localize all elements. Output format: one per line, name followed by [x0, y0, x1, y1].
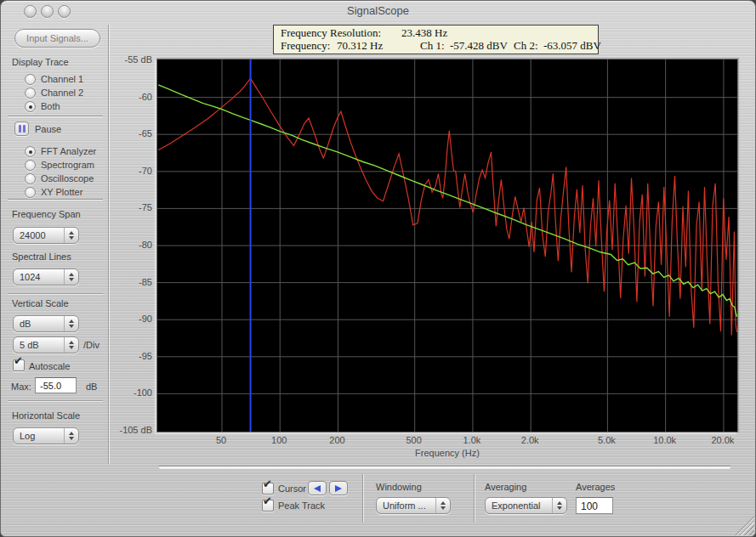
checkbox-tick-icon: ✔ [14, 354, 23, 367]
frequency-label: Frequency: [281, 39, 330, 53]
radio-label: Channel 1 [41, 74, 83, 84]
x-tick-label: 2.0k [504, 435, 555, 445]
stepper-arrows-icon [64, 316, 78, 331]
radio-icon [25, 160, 36, 171]
x-tick-label: 1.0k [446, 435, 497, 445]
frequency-value: 70.312 Hz [337, 39, 383, 53]
divider [8, 199, 103, 201]
x-tick-label: 5.0k [581, 435, 632, 445]
trace-ch1 [158, 78, 736, 335]
plot-bottom-divider [159, 466, 730, 469]
radio-label: Channel 2 [41, 88, 83, 98]
window-title: SignalScope [1, 4, 755, 17]
vertical-scale-label: Vertical Scale [12, 298, 69, 308]
display-trace-label: Display Trace [12, 57, 69, 67]
cursor-prev-button[interactable] [308, 481, 327, 495]
x-tick-label: 10.0k [639, 435, 691, 445]
spectrum-plot[interactable] [156, 59, 738, 432]
peak-track-checkbox[interactable]: ✔ [262, 500, 274, 512]
x-tick-label: 50 [196, 435, 247, 445]
y-tick-label: -80 [110, 240, 152, 250]
y-tick-label: -105 dB [110, 425, 152, 435]
y-tick-label: -100 [110, 387, 152, 398]
x-tick-label: 200 [311, 435, 362, 445]
y-tick-label: -65 [110, 128, 152, 138]
title-bar: SignalScope [1, 1, 755, 20]
y-tick-label: -90 [110, 314, 152, 324]
radio-label: XY Plotter [41, 187, 82, 197]
radio-icon [25, 74, 36, 85]
app-window: SignalScope Input Signals... Display Tra… [0, 0, 756, 537]
y-tick-label: -55 dB [110, 54, 152, 65]
x-axis-title: Frequency (Hz) [157, 448, 737, 458]
cursor-readout-box: Frequency Resolution: 23.438 Hz Frequenc… [273, 25, 599, 54]
resize-grip-icon[interactable] [735, 516, 754, 535]
autoscale-checkbox[interactable]: ✔ [13, 359, 25, 371]
divider [8, 116, 103, 117]
radio-icon [25, 173, 36, 184]
spectral-lines-label: Spectral Lines [12, 252, 71, 262]
max-db-field[interactable]: -55.0 [35, 377, 77, 393]
left-arrow-icon [314, 485, 321, 492]
cursor-checkbox[interactable]: ✔ [262, 483, 274, 495]
horizontal-scale-label: Horizontal Scale [12, 410, 80, 421]
cursor-next-button[interactable] [329, 481, 348, 495]
input-signals-button[interactable]: Input Signals... [14, 29, 100, 48]
averages-label: Averages [576, 482, 615, 492]
radio-label: Spectrogram [41, 160, 94, 170]
per-div-suffix: /Div [83, 340, 99, 350]
x-tick-label: 100 [253, 435, 304, 445]
stepper-arrows-icon [552, 498, 566, 513]
checkbox-tick-icon: ✔ [263, 495, 272, 507]
spectrum-plot-canvas[interactable] [157, 59, 737, 432]
cursor-label: Cursor [278, 483, 306, 494]
y-tick-label: -75 [110, 202, 152, 212]
x-tick-label: 500 [389, 435, 440, 445]
max-label: Max: [11, 382, 31, 392]
stepper-arrows-icon [64, 269, 78, 285]
averaging-label: Averaging [485, 482, 526, 492]
y-tick-label: -60 [110, 92, 152, 102]
stepper-arrows-icon [64, 428, 78, 444]
stepper-arrows-icon [435, 498, 450, 513]
pause-label: Pause [35, 124, 61, 134]
ch1-label: Ch 1: [420, 39, 445, 53]
peak-track-label: Peak Track [278, 500, 325, 511]
db-per-div-popup[interactable]: 5 dB [13, 336, 79, 353]
windowing-popup[interactable]: Uniform ... [376, 497, 451, 514]
ch1-value: -57.428 dBV [450, 39, 508, 53]
averages-field[interactable]: 100 [576, 497, 613, 514]
freq-resolution-value: 23.438 Hz [401, 26, 447, 40]
ch2-value: -63.057 dBV [543, 39, 601, 53]
y-tick-label: -70 [110, 166, 152, 176]
max-unit-label: dB [86, 382, 97, 392]
trace-ch2 [158, 85, 736, 317]
radio-label: Oscilloscope [41, 173, 94, 184]
radio-icon [25, 88, 36, 99]
right-arrow-icon [335, 485, 342, 492]
radio-icon [25, 187, 36, 198]
vertical-scale-unit-popup[interactable]: dB [13, 315, 79, 332]
pause-icon [19, 125, 26, 133]
ch2-label: Ch 2: [514, 39, 538, 53]
freq-resolution-label: Frequency Resolution: [281, 26, 381, 40]
bottom-divider [474, 474, 475, 523]
radio-icon [25, 146, 36, 157]
y-tick-label: -95 [110, 351, 152, 361]
averaging-popup[interactable]: Exponential [485, 497, 567, 514]
pause-button[interactable] [14, 122, 29, 136]
radio-label: Both [41, 101, 60, 111]
frequency-span-label: Frequency Span [12, 209, 81, 219]
autoscale-label: Autoscale [29, 361, 70, 371]
horizontal-scale-popup[interactable]: Log [13, 427, 79, 444]
divider [8, 400, 103, 402]
radio-icon [25, 101, 36, 112]
radio-label: FFT Analyzer [41, 146, 96, 156]
x-tick-label: 20.0k [697, 435, 748, 445]
stepper-arrows-icon [64, 337, 78, 353]
bottom-divider [362, 474, 364, 523]
checkbox-tick-icon: ✔ [263, 478, 272, 490]
frequency-span-popup[interactable]: 24000 [13, 227, 79, 244]
spectral-lines-popup[interactable]: 1024 [13, 268, 79, 285]
windowing-label: Windowing [376, 482, 422, 492]
